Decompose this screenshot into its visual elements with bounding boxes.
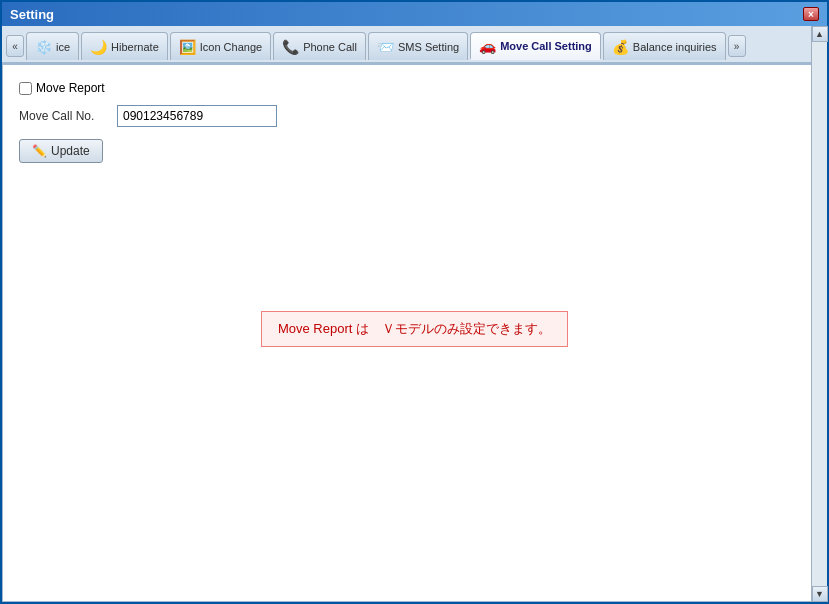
tab-move-call-setting[interactable]: 🚗 Move Call Setting: [470, 32, 601, 60]
tab-hibernate[interactable]: 🌙 Hibernate: [81, 32, 168, 60]
tab-nav-next[interactable]: »: [728, 35, 746, 57]
tab-icon-change-label: Icon Change: [200, 41, 262, 53]
update-button[interactable]: ✏️ Update: [19, 139, 103, 163]
tab-balance-inquiries-label: Balance inquiries: [633, 41, 717, 53]
tab-phone-call-label: Phone Call: [303, 41, 357, 53]
pencil-icon: ✏️: [32, 144, 47, 158]
tab-ice[interactable]: ❄️ ice: [26, 32, 79, 60]
close-button[interactable]: ×: [803, 7, 819, 21]
tab-ice-label: ice: [56, 41, 70, 53]
title-bar: Setting ×: [2, 2, 827, 26]
main-window: Setting × « ❄️ ice 🌙 Hibernate 🖼️ Icon C…: [0, 0, 829, 604]
move-call-no-label: Move Call No.: [19, 109, 109, 123]
phone-icon: 📞: [282, 39, 299, 55]
content-area: Move Report Move Call No. ✏️ Update Move…: [2, 64, 827, 602]
move-report-label: Move Report: [36, 81, 105, 95]
tab-sms-setting-label: SMS Setting: [398, 41, 459, 53]
move-call-no-row: Move Call No.: [19, 105, 810, 127]
window-title: Setting: [10, 7, 54, 22]
car-icon: 🚗: [479, 38, 496, 54]
tab-hibernate-label: Hibernate: [111, 41, 159, 53]
hibernate-icon: 🌙: [90, 39, 107, 55]
coin-icon: 💰: [612, 39, 629, 55]
tab-balance-inquiries[interactable]: 💰 Balance inquiries: [603, 32, 726, 60]
notice-box: Move Report は Ｖモデルのみ設定できます。: [261, 311, 568, 347]
scrollbar: ▲ ▼: [811, 64, 827, 602]
tab-icon-change[interactable]: 🖼️ Icon Change: [170, 32, 271, 60]
scroll-down-icon: ▼: [815, 589, 824, 599]
move-report-checkbox[interactable]: [19, 82, 32, 95]
icon-change-icon: 🖼️: [179, 39, 196, 55]
chevron-right-icon: »: [734, 41, 740, 52]
tabs-container: « ❄️ ice 🌙 Hibernate 🖼️ Icon Change 📞 Ph…: [2, 26, 827, 64]
move-report-row: Move Report: [19, 81, 810, 95]
move-report-checkbox-label[interactable]: Move Report: [19, 81, 105, 95]
title-bar-buttons: ×: [803, 7, 819, 21]
tab-nav-prev[interactable]: «: [6, 35, 24, 57]
tab-move-call-setting-label: Move Call Setting: [500, 40, 592, 52]
scroll-down-button[interactable]: ▼: [812, 586, 828, 602]
sms-icon: 📨: [377, 39, 394, 55]
move-call-no-input[interactable]: [117, 105, 277, 127]
notice-text: Move Report は Ｖモデルのみ設定できます。: [278, 321, 551, 336]
ice-icon: ❄️: [35, 39, 52, 55]
tab-sms-setting[interactable]: 📨 SMS Setting: [368, 32, 468, 60]
chevron-left-icon: «: [12, 41, 18, 52]
scroll-track[interactable]: [812, 64, 827, 586]
update-button-label: Update: [51, 144, 90, 158]
tab-phone-call[interactable]: 📞 Phone Call: [273, 32, 366, 60]
